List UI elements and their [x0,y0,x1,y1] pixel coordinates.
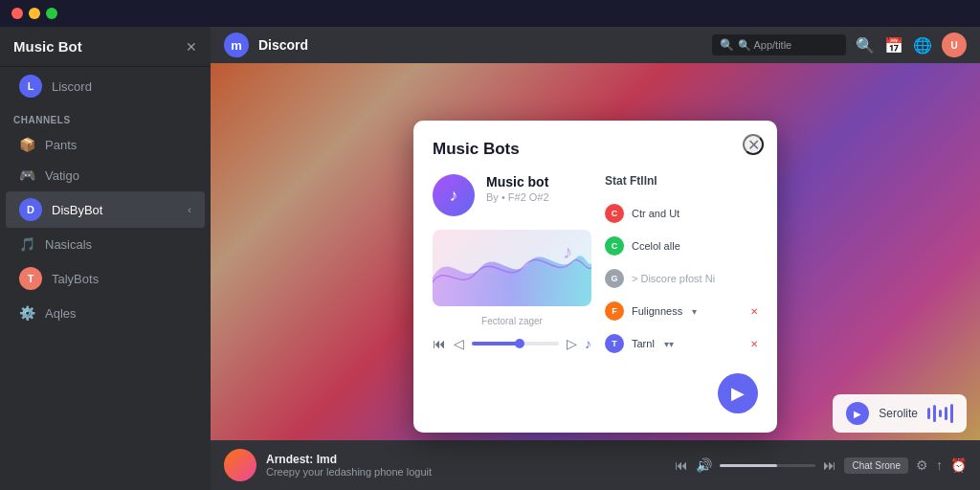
sidebar-item-nasicals[interactable]: 🎵 Nasicals [6,230,205,258]
disbybot-label: DisByBot [52,203,102,217]
chevron-down-icon-4: ▾▾ [664,339,674,349]
sidebar-header: Music Bot ✕ [0,27,211,67]
stat-avatar-0: C [605,204,624,223]
sidebar-item-disByBot[interactable]: D DisByBot ‹ [6,191,205,228]
waveform-area: ♪ [433,230,591,306]
discord-logo: m [224,33,249,57]
search-icon: 🔍 [720,38,734,52]
sidebar-title: Music Bot [13,38,82,55]
app-container: Music Bot ✕ L Liscord CHANNELS 📦 Pants 🎮… [0,27,980,490]
search-topbar-icon[interactable]: 🔍 [856,36,875,55]
talybots-label: TalyBots [52,272,99,286]
discord-wordmark: Discord [258,37,308,53]
stat-row-4: T Tarnl ▾▾ ✕ [605,331,758,356]
maximize-traffic-light[interactable] [46,8,57,19]
discord-topbar: m Discord 🔍 🔍 App/title 🔍 📅 🌐 U [211,27,980,63]
stat-text-0: Ctr and Ut [632,208,679,219]
sidebar-item-pants[interactable]: 📦 Pants [6,130,205,159]
player-controls: ⏮ ◁ ▷ ♪ [433,332,591,355]
stat-avatar-4: T [605,334,624,353]
stat-text-3: Fulignness [632,305,682,317]
play-button[interactable]: ▶ [718,373,758,413]
progress-fill [472,342,520,345]
sidebar-item-vatigo[interactable]: 🎮 Vatigo [6,161,205,189]
sidebar-item-talybots[interactable]: T TalyBots [6,260,205,297]
modal-right-col: Stat Ftllnl C Ctr and Ut C Ccelol alle G… [605,174,758,413]
topbar-icons: 🔍 📅 🌐 U [856,33,967,57]
pants-icon: 📦 [19,137,35,152]
progress-bar[interactable] [472,342,559,345]
modal-inner: ♪ Music bot By • F#2 O#2 [433,174,758,413]
liscord-label: Liscord [52,79,92,94]
pants-label: Pants [45,138,77,152]
play-section: ▶ [605,364,758,413]
topbar-search[interactable]: 🔍 🔍 App/title [712,34,846,56]
bot-info: Music bot By • F#2 O#2 [486,174,591,203]
stat-avatar-2: G [605,269,624,288]
channels-section-label: CHANNELS [0,105,211,129]
bot-avatar: ♪ [433,174,475,216]
stat-row-3: F Fulignness ▾ ✕ [605,299,758,323]
close-traffic-light[interactable] [11,8,23,19]
stat-text-1: Ccelol alle [632,240,680,252]
aqles-label: Aqles [45,306,77,321]
close-badge-4[interactable]: ✕ [750,339,758,349]
title-bar [0,0,980,27]
stat-avatar-1: C [605,236,624,256]
modal-title: Music Bots [433,140,758,159]
main-content: m Discord 🔍 🔍 App/title 🔍 📅 🌐 U Music Bo… [211,27,980,490]
vatigo-label: Vatigo [45,168,79,183]
stat-title: Stat Ftllnl [605,174,758,188]
disbybot-avatar: D [19,198,42,221]
stat-text-2: > Discore pfost Ni [632,273,715,284]
stat-text-4: Tarnl [632,338,655,349]
stat-row-0: C Ctr and Ut [605,201,758,226]
sidebar-item-aqles[interactable]: ⚙️ Aqles [6,299,205,327]
stat-row-2: G > Discore pfost Ni [605,266,758,291]
liscord-avatar: L [19,75,42,98]
progress-label: Fectoral zager [433,316,591,326]
next-button[interactable]: ▷ [567,336,577,351]
progress-thumb [515,339,524,348]
search-placeholder: 🔍 App/title [738,39,791,52]
traffic-lights [11,8,57,19]
sidebar-item-liscord[interactable]: L Liscord [6,68,205,104]
close-badge-3[interactable]: ✕ [750,306,758,317]
stat-row-1: C Ccelol alle [605,234,758,258]
sidebar: Music Bot ✕ L Liscord CHANNELS 📦 Pants 🎮… [0,27,211,490]
music-icon: ♪ [585,336,591,351]
globe-icon[interactable]: 🌐 [913,36,932,55]
bot-name: Music bot [486,174,591,189]
music-note-icon: ♪ [563,241,572,263]
modal-overlay: Music Bots ✕ ♪ Music bot By • F#2 O#2 [211,63,980,490]
nasicals-label: Nasicals [45,237,92,252]
bot-info-row: ♪ Music bot By • F#2 O#2 [433,174,591,216]
sidebar-close-button[interactable]: ✕ [186,39,197,55]
stat-avatar-3: F [605,301,624,321]
music-bots-modal: Music Bots ✕ ♪ Music bot By • F#2 O#2 [413,121,777,433]
user-avatar[interactable]: U [942,33,967,57]
talybots-avatar: T [19,267,42,290]
modal-close-button[interactable]: ✕ [743,134,764,155]
bot-subtitle: By • F#2 O#2 [486,191,591,203]
vatigo-icon: 🎮 [19,167,35,183]
chevron-down-icon-3: ▾ [692,306,697,317]
prev-button[interactable]: ◁ [454,336,464,351]
calendar-icon[interactable]: 📅 [884,36,903,55]
rewind-button[interactable]: ⏮ [433,336,446,351]
nasicals-icon: 🎵 [19,236,35,252]
active-chevron-icon: ‹ [188,204,191,215]
minimize-traffic-light[interactable] [29,8,40,19]
aqles-icon: ⚙️ [19,305,35,321]
modal-left-col: ♪ Music bot By • F#2 O#2 [433,174,591,413]
